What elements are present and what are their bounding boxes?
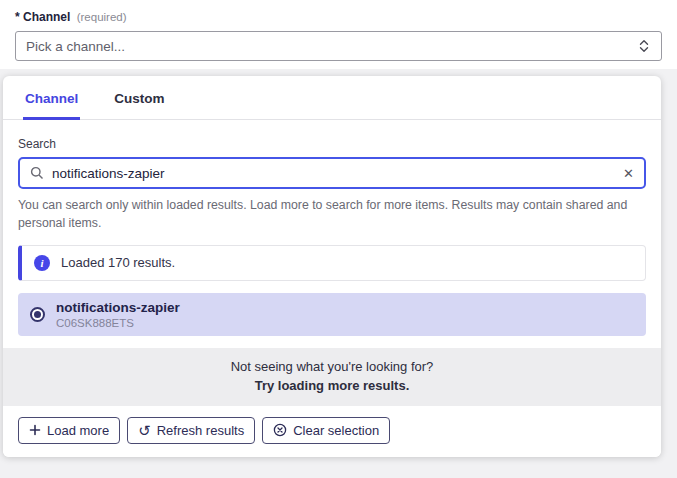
channel-option-name: notifications-zapier <box>56 300 180 315</box>
tab-channel[interactable]: Channel <box>23 76 80 120</box>
load-more-button[interactable]: Load more <box>18 417 120 444</box>
loaded-results-text: Loaded 170 results. <box>61 255 175 270</box>
search-help-text: You can search only within loaded result… <box>18 196 646 233</box>
load-more-prompt-line1: Not seeing what you're looking for? <box>13 359 651 374</box>
refresh-icon: ↺ <box>138 423 151 438</box>
tab-bar: Channel Custom <box>3 76 661 120</box>
clear-selection-label: Clear selection <box>293 423 379 438</box>
required-note: (required) <box>77 11 127 23</box>
channel-option-notifications-zapier[interactable]: notifications-zapier C06SK888ETS <box>18 293 646 336</box>
load-more-label: Load more <box>47 423 109 438</box>
channel-dropdown-panel: Channel Custom Search ✕ You can search o… <box>3 76 661 457</box>
info-icon: i <box>34 255 50 271</box>
channel-field-label-text: Channel <box>23 10 70 24</box>
radio-selected-icon[interactable] <box>30 307 45 322</box>
clear-selection-button[interactable]: Clear selection <box>262 417 390 444</box>
channel-field-label: * Channel (required) <box>15 10 662 24</box>
search-input[interactable] <box>52 166 615 181</box>
tab-channel-label: Channel <box>25 91 78 106</box>
channel-select[interactable]: Pick a channel... <box>15 31 662 61</box>
clear-search-icon[interactable]: ✕ <box>623 167 634 180</box>
circle-x-icon <box>273 423 287 437</box>
tab-custom-label: Custom <box>114 91 164 106</box>
plus-icon <box>29 424 41 436</box>
search-label: Search <box>18 137 646 151</box>
select-chevron-icon <box>637 39 651 53</box>
loaded-results-alert: i Loaded 170 results. <box>18 245 646 281</box>
actions-row: Load more ↺ Refresh results Clear select… <box>3 406 661 457</box>
channel-field-section: * Channel (required) Pick a channel... <box>0 0 677 69</box>
search-input-wrapper: ✕ <box>18 157 646 189</box>
channel-select-placeholder: Pick a channel... <box>26 39 125 54</box>
channel-option-texts: notifications-zapier C06SK888ETS <box>56 300 180 329</box>
search-icon <box>30 166 44 180</box>
load-more-prompt: Not seeing what you're looking for? Try … <box>3 348 661 406</box>
load-more-prompt-line2: Try loading more results. <box>13 378 651 393</box>
refresh-results-label: Refresh results <box>157 423 244 438</box>
channel-option-id: C06SK888ETS <box>56 317 180 329</box>
tab-custom[interactable]: Custom <box>112 76 166 120</box>
required-asterisk: * <box>15 10 20 24</box>
panel-body: Search ✕ You can search only within load… <box>3 137 661 336</box>
refresh-results-button[interactable]: ↺ Refresh results <box>127 417 255 444</box>
